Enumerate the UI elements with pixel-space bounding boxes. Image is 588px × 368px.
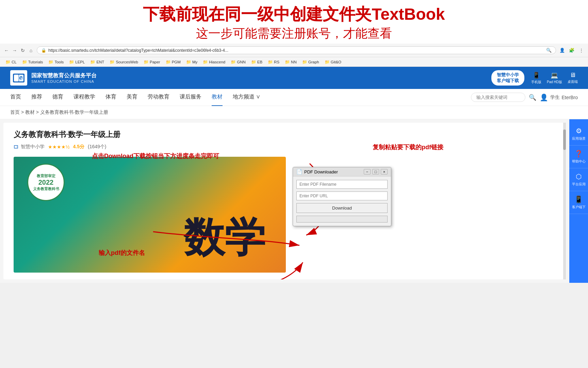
folder-icon: 📁 (69, 60, 74, 64)
folder-icon: 📁 (5, 60, 11, 64)
svg-rect-1 (14, 75, 19, 81)
settings-icon[interactable]: ⋮ (578, 47, 585, 54)
sidebar-help-center[interactable]: ❓ 帮助中心 (569, 145, 588, 168)
profile-icon[interactable]: 👤 (559, 47, 566, 54)
nav-virtue[interactable]: 德育 (52, 89, 63, 106)
bookmark-sourcesweb[interactable]: 📁 SourcesWeb (108, 59, 140, 65)
mobile-label: 手机版 (531, 80, 541, 84)
desktop-label: 桌面端 (568, 80, 578, 83)
nav-recommend[interactable]: 推荐 (31, 89, 42, 106)
bookmark-gnn[interactable]: 📁 GNN (229, 59, 248, 65)
bookmark-lepl[interactable]: 📁 LEPL (67, 59, 87, 65)
bookmark-label: SourcesWeb (116, 60, 138, 64)
browser-actions: 👤 🧩 ⋮ (559, 47, 585, 54)
pad-device-icon[interactable]: 💻 Pad HD版 (547, 72, 562, 85)
bookmark-pgm[interactable]: 📁 PGM (164, 59, 183, 65)
bookmark-label: Git&O (331, 60, 341, 64)
bookmark-label: Paper (150, 60, 160, 64)
user-avatar-icon: 👤 (540, 93, 548, 102)
publisher-icon (14, 144, 18, 149)
pdf-downloader-dialog: 📄 PDF Downloader − □ × Download (293, 167, 391, 226)
progress-bar (296, 216, 388, 223)
bookmark-my[interactable]: 📁 My (184, 59, 199, 65)
logo-icon: 智 (10, 70, 27, 86)
folder-icon: 📁 (186, 60, 191, 64)
folder-icon: 📁 (90, 60, 95, 64)
pdf-url-input[interactable] (296, 191, 388, 200)
bookmark-paper[interactable]: 📁 Paper (142, 59, 162, 65)
search-input[interactable] (471, 93, 525, 102)
help-center-icon: ❓ (574, 150, 583, 158)
bookmark-nn[interactable]: 📁 NN (283, 59, 299, 65)
reload-icon[interactable]: ↻ (20, 47, 26, 53)
nav-local[interactable]: 地方频道 ∨ (233, 89, 260, 106)
sidebar-client-download[interactable]: 📱 客户端下 (569, 191, 588, 214)
client-download-button[interactable]: 智慧中小学 客户端下载 (491, 70, 524, 86)
search-submit-icon[interactable]: 🔍 (529, 94, 536, 101)
address-bar[interactable]: 🔒 https://basic.smartedu.cn/tchMaterial/… (37, 46, 556, 54)
bookmark-cl[interactable]: 📁 CL (3, 59, 19, 65)
desktop-icon: 🖥 (568, 72, 578, 79)
sidebar-label-4: 客户端下 (572, 205, 586, 210)
bookmark-gito[interactable]: 📁 Git&O (323, 59, 343, 65)
extensions-icon[interactable]: 🧩 (568, 47, 575, 54)
cover-big-text: 数学 (184, 210, 265, 266)
review-count: (1649个) (88, 144, 106, 150)
svg-rect-6 (15, 146, 16, 148)
download-button[interactable]: Download (296, 203, 388, 213)
folder-icon: 📁 (251, 60, 256, 64)
device-icons: 📱 手机版 💻 Pad HD版 🖥 桌面端 (531, 72, 578, 85)
nav-sport[interactable]: 体育 (105, 89, 116, 106)
bookmark-tools[interactable]: 📁 Tools (46, 59, 66, 65)
nav-after-school[interactable]: 课后服务 (180, 89, 201, 106)
sidebar-label-2: 帮助中心 (572, 159, 586, 164)
sidebar-platform-apps[interactable]: ⬡ 平台应用 (569, 168, 588, 191)
nav-textbook[interactable]: 教材 (212, 89, 223, 106)
bookmark-eb[interactable]: 📁 EB (249, 59, 264, 65)
client-btn-line1: 智慧中小学 (497, 72, 519, 78)
dialog-minimize-btn[interactable]: − (364, 169, 371, 174)
bookmark-tutorials[interactable]: 📁 Tutorials (20, 59, 45, 65)
publisher-name: 智慧中小学 (21, 144, 45, 149)
nav-labor[interactable]: 劳动教育 (148, 89, 169, 106)
nav-home[interactable]: 首页 (10, 89, 21, 106)
site-logo: 智 国家智慧教育公共服务平台 SMART EDUCATION OF CHINA (10, 70, 97, 86)
back-icon[interactable]: ← (3, 47, 10, 53)
nav-art[interactable]: 美育 (127, 89, 137, 106)
bookmark-graph[interactable]: 📁 Graph (300, 59, 321, 65)
seal-sub: 义务教育教科书 (33, 186, 59, 191)
breadcrumb-text: 首页 > 教材 > 义务教育教科书·数学一年级上册 (10, 109, 108, 115)
dialog-maximize-btn[interactable]: □ (372, 169, 379, 174)
pad-label: Pad HD版 (547, 80, 562, 84)
bookmark-rs[interactable]: 📁 RS (266, 59, 281, 65)
bookmark-hiascend[interactable]: 📁 Hiascend (201, 59, 227, 65)
folder-icon: 📁 (166, 60, 171, 64)
bookmark-label: Hiascend (209, 60, 225, 64)
pdf-filename-input[interactable] (296, 180, 388, 189)
content-scrollbar[interactable] (563, 123, 566, 279)
bookmark-label: LEPL (75, 60, 85, 64)
dialog-close-btn[interactable]: × (381, 169, 388, 174)
content-area: 义务教育教科书·数学一年级上册 智慧中小学 ★★★★½ 4.5分 (1649个)… (3, 123, 566, 279)
bookmark-label: Tools (54, 60, 64, 64)
desktop-device-icon[interactable]: 🖥 桌面端 (568, 72, 578, 85)
nav-curriculum[interactable]: 课程教学 (74, 89, 95, 106)
forward-icon[interactable]: → (12, 47, 18, 53)
top-annotation: 下载前现在同一级中创建文件夹TextBook 这一步可能需要注册账号，才能查看 (0, 0, 588, 44)
nav-items: 首页 推荐 德育 课程教学 体育 美育 劳动教育 课后服务 教材 地方频道 ∨ (10, 89, 471, 106)
mobile-device-icon[interactable]: 📱 手机版 (531, 72, 541, 85)
bookmark-ent[interactable]: 📁 ENT (88, 59, 106, 65)
home-icon[interactable]: ⌂ (28, 47, 34, 53)
folder-icon: 📁 (285, 60, 290, 64)
folder-icon: 📁 (268, 60, 273, 64)
app-scenarios-icon: ⚙ (576, 127, 582, 135)
site-header: 智 国家智慧教育公共服务平台 SMART EDUCATION OF CHINA … (0, 67, 588, 89)
sidebar-app-scenarios[interactable]: ⚙ 应用场景 (569, 123, 588, 145)
svg-text:智: 智 (20, 77, 23, 80)
logo-sub-text: SMART EDUCATION OF CHINA (31, 79, 97, 83)
logo-text: 国家智慧教育公共服务平台 SMART EDUCATION OF CHINA (31, 72, 97, 83)
dialog-body: Download (293, 177, 391, 226)
tablet-icon: 💻 (547, 72, 562, 79)
logo-main-text: 国家智慧教育公共服务平台 (31, 72, 97, 79)
annotation-line2: 这一步可能需要注册账号，才能查看 (0, 25, 588, 42)
